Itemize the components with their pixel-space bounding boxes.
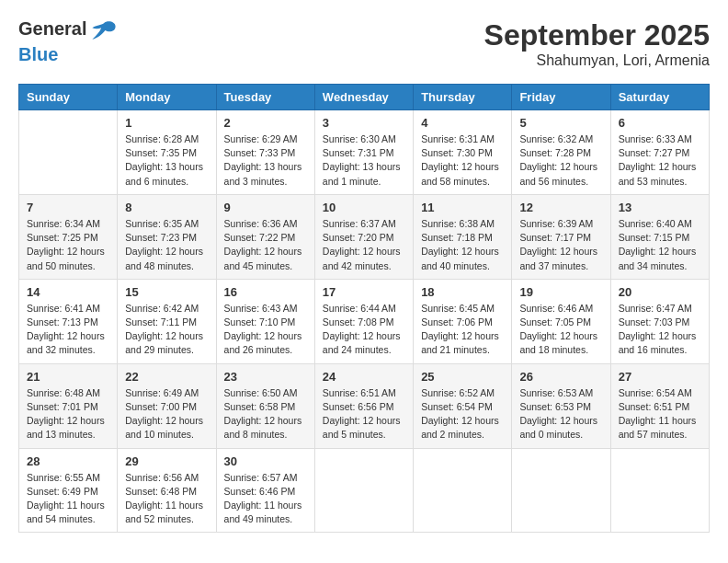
logo: General Blue: [18, 18, 117, 64]
calendar-cell: 3Sunrise: 6:30 AMSunset: 7:31 PMDaylight…: [314, 110, 413, 195]
day-header-friday: Friday: [512, 85, 610, 110]
calendar-cell: [512, 448, 610, 533]
day-number: 22: [125, 370, 208, 384]
day-info: Sunrise: 6:56 AMSunset: 6:48 PMDaylight:…: [125, 471, 208, 527]
day-info: Sunrise: 6:36 AMSunset: 7:22 PMDaylight:…: [224, 217, 307, 273]
day-header-sunday: Sunday: [19, 85, 118, 110]
calendar-cell: [314, 448, 413, 533]
calendar-week-row: 21Sunrise: 6:48 AMSunset: 7:01 PMDayligh…: [19, 363, 710, 448]
calendar-cell: 22Sunrise: 6:49 AMSunset: 7:00 PMDayligh…: [118, 363, 216, 448]
day-info: Sunrise: 6:33 AMSunset: 7:27 PMDaylight:…: [619, 132, 701, 189]
day-header-monday: Monday: [118, 85, 216, 110]
month-title: September 2025: [484, 18, 710, 52]
day-info: Sunrise: 6:31 AMSunset: 7:30 PMDaylight:…: [421, 132, 504, 189]
logo-blue-text: Blue: [18, 44, 117, 64]
calendar-header-row: SundayMondayTuesdayWednesdayThursdayFrid…: [19, 85, 710, 110]
day-info: Sunrise: 6:50 AMSunset: 6:58 PMDaylight:…: [224, 386, 307, 442]
day-number: 7: [27, 201, 109, 214]
calendar-cell: 19Sunrise: 6:46 AMSunset: 7:05 PMDayligh…: [512, 279, 610, 363]
calendar-week-row: 28Sunrise: 6:55 AMSunset: 6:49 PMDayligh…: [19, 448, 710, 533]
day-info: Sunrise: 6:46 AMSunset: 7:05 PMDaylight:…: [519, 302, 602, 358]
title-area: September 2025 Shahumyan, Lori, Armenia: [484, 18, 710, 69]
day-header-saturday: Saturday: [610, 85, 709, 110]
day-info: Sunrise: 6:45 AMSunset: 7:06 PMDaylight:…: [421, 302, 504, 358]
calendar-week-row: 7Sunrise: 6:34 AMSunset: 7:25 PMDaylight…: [19, 194, 710, 279]
calendar-cell: 29Sunrise: 6:56 AMSunset: 6:48 PMDayligh…: [118, 448, 216, 533]
day-number: 4: [421, 116, 504, 130]
day-number: 20: [619, 285, 701, 299]
calendar-week-row: 1Sunrise: 6:28 AMSunset: 7:35 PMDaylight…: [19, 110, 710, 195]
day-number: 16: [224, 285, 307, 299]
calendar-cell: 28Sunrise: 6:55 AMSunset: 6:49 PMDayligh…: [19, 448, 118, 533]
day-number: 26: [519, 370, 602, 384]
day-info: Sunrise: 6:52 AMSunset: 6:54 PMDaylight:…: [421, 386, 504, 442]
day-number: 29: [125, 454, 208, 468]
calendar-cell: 13Sunrise: 6:40 AMSunset: 7:15 PMDayligh…: [610, 194, 709, 279]
day-info: Sunrise: 6:42 AMSunset: 7:11 PMDaylight:…: [125, 302, 208, 358]
calendar-cell: 5Sunrise: 6:32 AMSunset: 7:28 PMDaylight…: [512, 110, 610, 195]
day-header-wednesday: Wednesday: [314, 85, 413, 110]
day-info: Sunrise: 6:34 AMSunset: 7:25 PMDaylight:…: [27, 217, 109, 273]
page-header: General Blue September 2025 Shahumyan, L…: [18, 18, 710, 69]
day-info: Sunrise: 6:55 AMSunset: 6:49 PMDaylight:…: [27, 471, 109, 527]
calendar-cell: 12Sunrise: 6:39 AMSunset: 7:17 PMDayligh…: [512, 194, 610, 279]
calendar-cell: 18Sunrise: 6:45 AMSunset: 7:06 PMDayligh…: [414, 279, 512, 363]
day-number: 8: [125, 201, 208, 214]
day-number: 2: [224, 116, 307, 130]
day-info: Sunrise: 6:53 AMSunset: 6:53 PMDaylight:…: [519, 386, 602, 442]
day-number: 23: [224, 370, 307, 384]
day-number: 17: [323, 285, 405, 299]
calendar-cell: 14Sunrise: 6:41 AMSunset: 7:13 PMDayligh…: [19, 279, 118, 363]
day-number: 28: [27, 454, 109, 468]
day-number: 5: [519, 116, 602, 130]
calendar-cell: 9Sunrise: 6:36 AMSunset: 7:22 PMDaylight…: [216, 194, 314, 279]
calendar-cell: 8Sunrise: 6:35 AMSunset: 7:23 PMDaylight…: [118, 194, 216, 279]
day-number: 12: [519, 201, 602, 214]
day-info: Sunrise: 6:40 AMSunset: 7:15 PMDaylight:…: [619, 217, 701, 273]
day-number: 24: [323, 370, 405, 384]
day-number: 21: [27, 370, 109, 384]
day-info: Sunrise: 6:49 AMSunset: 7:00 PMDaylight:…: [125, 386, 208, 442]
day-number: 15: [125, 285, 208, 299]
calendar-cell: 17Sunrise: 6:44 AMSunset: 7:08 PMDayligh…: [314, 279, 413, 363]
calendar-table: SundayMondayTuesdayWednesdayThursdayFrid…: [18, 84, 710, 533]
day-info: Sunrise: 6:47 AMSunset: 7:03 PMDaylight:…: [619, 302, 701, 358]
calendar-cell: 20Sunrise: 6:47 AMSunset: 7:03 PMDayligh…: [610, 279, 709, 363]
day-number: 27: [619, 370, 701, 384]
day-number: 6: [619, 116, 701, 130]
day-number: 14: [27, 285, 109, 299]
day-number: 3: [323, 116, 405, 130]
day-info: Sunrise: 6:57 AMSunset: 6:46 PMDaylight:…: [224, 471, 307, 527]
day-number: 30: [224, 454, 307, 468]
calendar-cell: 6Sunrise: 6:33 AMSunset: 7:27 PMDaylight…: [610, 110, 709, 195]
logo-bird-icon: [91, 18, 117, 44]
calendar-cell: 24Sunrise: 6:51 AMSunset: 6:56 PMDayligh…: [314, 363, 413, 448]
day-number: 11: [421, 201, 504, 214]
calendar-cell: [19, 110, 118, 195]
calendar-cell: 26Sunrise: 6:53 AMSunset: 6:53 PMDayligh…: [512, 363, 610, 448]
day-number: 10: [323, 201, 405, 214]
day-number: 18: [421, 285, 504, 299]
day-info: Sunrise: 6:30 AMSunset: 7:31 PMDaylight:…: [323, 132, 405, 189]
day-info: Sunrise: 6:51 AMSunset: 6:56 PMDaylight:…: [323, 386, 405, 442]
day-number: 25: [421, 370, 504, 384]
day-info: Sunrise: 6:54 AMSunset: 6:51 PMDaylight:…: [619, 386, 701, 442]
day-number: 1: [125, 116, 208, 130]
logo-text: General Blue: [18, 18, 117, 64]
calendar-week-row: 14Sunrise: 6:41 AMSunset: 7:13 PMDayligh…: [19, 279, 710, 363]
calendar-cell: 21Sunrise: 6:48 AMSunset: 7:01 PMDayligh…: [19, 363, 118, 448]
calendar-cell: 30Sunrise: 6:57 AMSunset: 6:46 PMDayligh…: [216, 448, 314, 533]
day-info: Sunrise: 6:44 AMSunset: 7:08 PMDaylight:…: [323, 302, 405, 358]
day-info: Sunrise: 6:48 AMSunset: 7:01 PMDaylight:…: [27, 386, 109, 442]
calendar-cell: [610, 448, 709, 533]
day-info: Sunrise: 6:43 AMSunset: 7:10 PMDaylight:…: [224, 302, 307, 358]
calendar-cell: 11Sunrise: 6:38 AMSunset: 7:18 PMDayligh…: [414, 194, 512, 279]
calendar-cell: 1Sunrise: 6:28 AMSunset: 7:35 PMDaylight…: [118, 110, 216, 195]
day-info: Sunrise: 6:28 AMSunset: 7:35 PMDaylight:…: [125, 132, 208, 189]
calendar-cell: 16Sunrise: 6:43 AMSunset: 7:10 PMDayligh…: [216, 279, 314, 363]
day-number: 13: [619, 201, 701, 214]
location-title: Shahumyan, Lori, Armenia: [484, 52, 710, 69]
day-header-thursday: Thursday: [414, 85, 512, 110]
calendar-cell: 4Sunrise: 6:31 AMSunset: 7:30 PMDaylight…: [414, 110, 512, 195]
day-number: 9: [224, 201, 307, 214]
